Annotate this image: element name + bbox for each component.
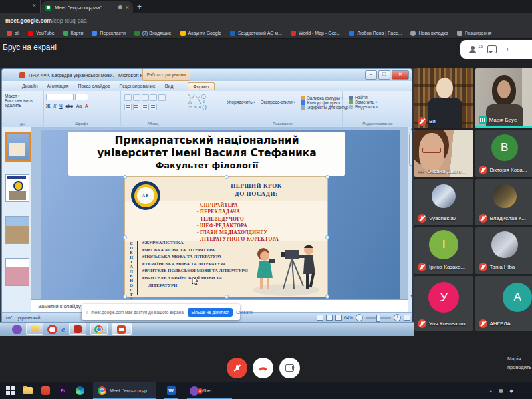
maximize-button[interactable]: ❐ xyxy=(378,70,390,80)
slideshow-icon[interactable] xyxy=(335,315,342,321)
premiere-icon[interactable]: Pr xyxy=(59,386,67,395)
align-center-button[interactable] xyxy=(133,104,140,110)
arrange-button[interactable]: Упорядочить xyxy=(227,100,255,110)
viber-icon[interactable] xyxy=(12,325,22,334)
address-bar[interactable]: meet.google.com/eop-rcuq-paa xyxy=(5,17,87,24)
file-explorer-icon[interactable] xyxy=(23,387,33,394)
strikethrough-button[interactable]: abc xyxy=(66,104,73,108)
tray-icon[interactable]: ▦ xyxy=(499,388,503,394)
bookmark-google-accounts[interactable]: Акаунти Google xyxy=(180,31,222,36)
line-spacing-button[interactable] xyxy=(158,94,166,101)
viber-task-button[interactable]: 4 Viber xyxy=(187,382,232,399)
delete-button[interactable]: Удалить xyxy=(5,103,43,108)
explorer-taskbar-button[interactable] xyxy=(26,323,43,335)
align-left-button[interactable] xyxy=(124,104,132,110)
office-icon[interactable] xyxy=(41,386,50,395)
zoom-out-button[interactable] xyxy=(356,314,363,321)
fit-to-window-icon[interactable] xyxy=(404,315,410,321)
close-tab-icon[interactable]: × xyxy=(33,3,36,9)
change-case-button[interactable]: Aa xyxy=(76,104,82,108)
tab-design[interactable]: Дизайн xyxy=(22,84,38,88)
bookmark-inbox[interactable]: (7) Входящие xyxy=(134,31,172,36)
participant-tile-vyacheslav[interactable]: Vyacheslav xyxy=(414,179,473,225)
bold-button[interactable]: Ж xyxy=(46,104,50,108)
stop-sharing-button[interactable]: Більше не ділитися xyxy=(188,308,233,317)
shapes-row[interactable]: ╲ ╱ ▭ ◯ xyxy=(188,94,223,99)
vertical-scrollbar[interactable]: ▲▼ xyxy=(408,127,412,299)
tab-animation[interactable]: Анимация xyxy=(47,84,69,88)
bookmark-new-tab[interactable]: Нова вкладка xyxy=(410,31,448,36)
bookmark-maps[interactable]: Карти xyxy=(63,31,84,36)
minimize-button[interactable]: – xyxy=(365,70,377,80)
chat-icon[interactable] xyxy=(487,45,497,53)
align-right-button[interactable] xyxy=(142,104,149,110)
start-button[interactable] xyxy=(6,386,15,395)
participant-tile-vladyslav[interactable]: Владислав К... xyxy=(475,179,532,225)
numbering-button[interactable] xyxy=(133,94,140,101)
drag-handle-icon[interactable]: ‖ xyxy=(86,309,88,315)
slide-sorter-icon[interactable] xyxy=(326,315,332,321)
meet-task-button[interactable]: Meet: "eop-rcuq-p... xyxy=(93,382,156,399)
zoom-in-button[interactable] xyxy=(394,314,401,321)
slide-thumbnail-3[interactable] xyxy=(5,216,29,244)
close-button[interactable]: ✕ xyxy=(392,70,409,80)
bookmark-extensions[interactable]: Розширення xyxy=(457,31,491,36)
bookmark-youtube[interactable]: YouTube xyxy=(28,31,55,36)
normal-view-icon[interactable] xyxy=(317,315,323,321)
tab-slideshow[interactable]: Показ слайдов xyxy=(78,84,110,88)
participant-tile-tania[interactable]: Tania Hiba xyxy=(475,227,532,274)
ppt-title-bar[interactable]: ПНУ. ФФ. Кафедра української мови. - Mic… xyxy=(2,69,412,82)
participant-tile-viktoria[interactable]: В Вікторія Кова... xyxy=(475,130,532,177)
active-tab[interactable]: Meet: "eop-rcuq-paa" × xyxy=(41,1,133,13)
replace-button[interactable]: Заменить xyxy=(349,100,412,104)
underline-button[interactable]: Ч xyxy=(59,104,63,108)
quick-styles-button[interactable]: Экспресс-стили xyxy=(261,100,295,110)
edge-icon[interactable] xyxy=(76,386,84,395)
participants-icon[interactable]: 15 xyxy=(469,46,478,53)
slide-canvas[interactable]: Прикарпатський національний університет … xyxy=(41,130,400,299)
leave-call-button[interactable] xyxy=(253,358,273,378)
bookmark-gmail[interactable]: ail xyxy=(7,31,19,36)
shapes-row[interactable]: ☆ ∿ ∧ ( ) xyxy=(188,104,223,110)
shapes-gallery[interactable]: ╲ ╱ ▭ ◯ △ ⌒ ╲ ⇩ ☆ ∿ ∧ ( ) xyxy=(186,91,223,126)
participant-tile-oksana[interactable]: Оксана Дем'я... xyxy=(414,130,473,177)
participant-tile-maria-brus[interactable]: Марія Брус xyxy=(475,68,532,128)
tab-format[interactable]: Формат xyxy=(188,82,215,90)
italic-button[interactable]: К xyxy=(53,104,56,108)
tab-view[interactable]: Вид xyxy=(165,84,174,88)
justify-button[interactable] xyxy=(150,104,157,110)
shapes-row[interactable]: △ ⌒ ╲ ⇩ xyxy=(188,99,223,104)
slide-thumbnail-1[interactable] xyxy=(5,132,31,162)
slide-content-card[interactable]: АВ ПЕРШИЙ КРОК ДО ПОСАДИ: СПІЧРАЙТЕРА ПЕ… xyxy=(124,176,328,297)
participant-tile-you[interactable]: Ви xyxy=(414,68,473,128)
background-tab[interactable]: × xyxy=(0,0,41,13)
tray-icon[interactable]: ◆ xyxy=(510,388,513,394)
tab-review[interactable]: Рецензирование xyxy=(120,84,156,88)
new-tab-button[interactable]: + xyxy=(137,2,142,11)
scrollbar-thumb[interactable] xyxy=(409,134,412,166)
adobe-taskbar-button[interactable] xyxy=(69,323,86,335)
bookmark-wireless[interactable]: Бездротовий АС м... xyxy=(230,31,282,36)
bookmark-translate[interactable]: Перекласти xyxy=(92,31,125,36)
font-name-combobox[interactable] xyxy=(46,94,74,100)
chrome-taskbar-button[interactable] xyxy=(90,323,108,335)
bookmark-facebook[interactable]: Любов Пена | Face... xyxy=(349,31,402,36)
camera-toggle-button[interactable] xyxy=(279,358,300,378)
powerpoint-taskbar-button[interactable] xyxy=(112,323,132,335)
reset-button[interactable]: Восстановить xyxy=(5,98,43,103)
internet-explorer-icon[interactable]: e xyxy=(61,324,65,334)
slide-title-box[interactable]: Прикарпатський національний університет … xyxy=(68,132,345,176)
find-button[interactable]: Найти xyxy=(349,95,412,100)
participant-tile-ulia[interactable]: У Уля Коновалик xyxy=(414,276,473,331)
font-size-combobox[interactable] xyxy=(75,94,88,100)
bullets-button[interactable] xyxy=(124,94,132,101)
status-language[interactable]: украинский xyxy=(17,315,40,320)
layout-button[interactable]: Макет xyxy=(5,94,43,98)
select-button[interactable]: Выделить xyxy=(349,104,412,109)
opera-icon[interactable] xyxy=(47,325,57,334)
word-task-button[interactable]: W xyxy=(164,382,178,399)
slide-thumbnail-2[interactable] xyxy=(5,174,29,202)
slide-thumbnail-4[interactable] xyxy=(5,258,29,286)
bookmark-world-map[interactable]: World - Map - Geo... xyxy=(291,31,340,36)
mic-toggle-button[interactable] xyxy=(227,358,247,378)
